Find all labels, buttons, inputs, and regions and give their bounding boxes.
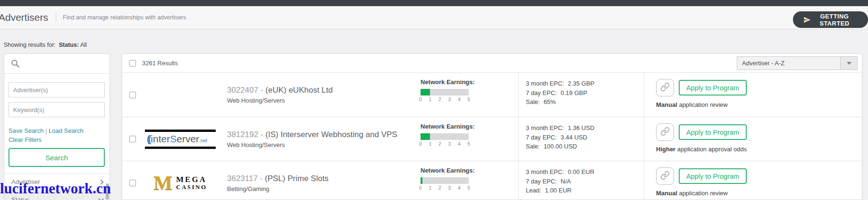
status-filter-label: Status: <box>59 42 79 48</box>
showing-prefix: Showing results for: <box>4 42 56 48</box>
scale-tick: 2 <box>438 97 441 102</box>
advertiser-link[interactable]: 3812192 - (IS) Interserver Webhosting an… <box>227 130 421 139</box>
stat-line: Sale:65% <box>526 97 644 107</box>
network-earnings-fill <box>421 89 430 96</box>
stat-line: Sale:100.00 USD <box>526 142 644 151</box>
advertiser-name: (eUK) eUKhost Ltd <box>265 86 333 95</box>
interserver-logo[interactable]: ((interServer.net <box>145 130 216 149</box>
scale-tick: 3 <box>448 97 451 102</box>
dropdown-arrow-button[interactable] <box>840 57 857 70</box>
epc-stats-cell: 3 month EPC:1.36 USD7 day EPC:3.44 USDSa… <box>518 117 644 161</box>
showing-results-text: Showing results for: Status: All <box>4 42 87 48</box>
search-button[interactable]: Search <box>8 148 105 167</box>
results-list: 3022407 - (eUK) eUKhost LtdWeb Hosting/S… <box>122 73 862 200</box>
advertiser-logo-cell <box>143 73 218 117</box>
epc-stats-cell: 3 month EPC:2.35 GBP7 day EPC:0.19 GBPSa… <box>518 73 644 117</box>
scale-tick: 4 <box>458 141 461 147</box>
watermark-link[interactable]: lucifernetwork.cn <box>0 180 111 197</box>
stat-line: 3 month EPC:1.36 USD <box>526 123 644 133</box>
advertiser-id: 3022407 - <box>227 86 265 95</box>
keyword-filter-input[interactable] <box>8 102 105 117</box>
logo-swoosh: (( <box>147 134 149 144</box>
scale-tick: 5 <box>467 141 470 147</box>
clear-filters-link[interactable]: Clear Filters <box>8 136 42 143</box>
scale-tick: 4 <box>458 97 461 102</box>
deep-link-button[interactable] <box>656 167 674 185</box>
mega-casino-logo[interactable]: MMEGACASINO <box>153 173 207 193</box>
scale-tick: 1 <box>429 97 431 102</box>
scale-tick: 5 <box>467 185 470 191</box>
network-earnings-cell: Network Earnings:012345 <box>421 73 518 117</box>
load-search-link[interactable]: Load Search <box>49 127 84 134</box>
network-earnings-label: Network Earnings: <box>421 167 518 174</box>
application-review-note: Manual application review <box>656 190 862 197</box>
scale-tick: 4 <box>458 185 461 191</box>
results-header: 3261 Results Advertiser - A-Z <box>122 54 862 73</box>
getting-started-button[interactable]: GETTING STARTED <box>793 11 868 28</box>
results-count: 3261 Results <box>142 60 178 67</box>
saved-search-links: Save Search | Load Search Clear Filters <box>8 126 105 144</box>
deep-link-button[interactable] <box>656 79 674 96</box>
scale-tick: 3 <box>448 185 451 191</box>
stat-line: 7 day EPC:3.44 USD <box>526 133 644 142</box>
stat-line: Lead:1.00 EUR <box>526 186 644 195</box>
scale-tick: 1 <box>429 141 431 147</box>
network-earnings-bar <box>421 177 469 184</box>
links-separator: | <box>45 127 47 134</box>
network-earnings-bar <box>421 133 469 140</box>
advertiser-id: 3623117 - <box>227 174 265 183</box>
advertisers-page: Advertisers Find and manage relationship… <box>0 0 868 200</box>
sort-dropdown-value: Advertiser - A-Z <box>737 60 840 67</box>
apply-to-program-button[interactable]: Apply to Program <box>679 168 747 184</box>
network-earnings-label: Network Earnings: <box>421 123 518 130</box>
advertiser-logo-cell: ((interServer.net <box>143 117 218 161</box>
scale-tick: 5 <box>467 97 470 102</box>
network-earnings-cell: Network Earnings:012345 <box>421 117 518 161</box>
earnings-scale: 012345 <box>419 185 470 191</box>
page-header: Advertisers Find and manage relationship… <box>0 6 868 29</box>
status-filter-value: All <box>80 42 87 48</box>
header-divider <box>56 13 56 22</box>
advertiser-id: 3812192 - <box>227 130 265 139</box>
scale-tick: 3 <box>448 141 451 147</box>
chain-link-icon <box>660 127 670 138</box>
results-panel: 3261 Results Advertiser - A-Z 3022407 - … <box>122 53 862 200</box>
advertiser-link[interactable]: 3022407 - (eUK) eUKhost Ltd <box>227 86 421 95</box>
search-icon <box>11 59 20 68</box>
row-checkbox[interactable] <box>129 180 136 186</box>
logo-tld: .net <box>199 138 207 143</box>
deep-link-button[interactable] <box>656 123 674 141</box>
advertiser-category: Web Hosting/Servers <box>227 141 421 148</box>
row-checkbox[interactable] <box>129 136 136 142</box>
network-earnings-cell: Network Earnings:012345 <box>421 161 518 200</box>
scale-tick: 1 <box>429 185 431 191</box>
stat-line: 3 month EPC:2.35 GBP <box>526 79 644 88</box>
select-all-checkbox[interactable] <box>129 60 136 67</box>
advertiser-row: 3022407 - (eUK) eUKhost LtdWeb Hosting/S… <box>122 73 862 117</box>
page-title: Advertisers <box>0 12 48 23</box>
stat-line: 7 day EPC:0.19 GBP <box>526 88 644 98</box>
sort-dropdown[interactable]: Advertiser - A-Z <box>737 56 858 70</box>
network-earnings-label: Network Earnings: <box>421 78 518 86</box>
top-bar <box>0 0 868 6</box>
stat-line: 7 day EPC:N/A <box>526 177 644 186</box>
scale-tick: 0 <box>419 97 422 102</box>
logo-monogram: M <box>153 173 172 193</box>
stat-line: 3 month EPC:0.00 EUR <box>526 167 644 177</box>
rocket-icon <box>803 16 811 24</box>
advertiser-row: ((interServer.net3812192 - (IS) Interser… <box>122 117 862 161</box>
application-review-note: Higher application approval odds <box>656 146 862 153</box>
row-checkbox[interactable] <box>129 92 136 98</box>
epc-stats-cell: 3 month EPC:0.00 EUR7 day EPC:N/ALead:1.… <box>518 161 644 200</box>
network-earnings-bar <box>421 89 469 96</box>
sidebar-search-header <box>4 54 110 74</box>
apply-to-program-button[interactable]: Apply to Program <box>679 80 747 96</box>
save-search-link[interactable]: Save Search <box>8 127 43 134</box>
advertiser-filter-input[interactable] <box>8 82 105 97</box>
advertiser-link[interactable]: 3623117 - (PSL) Prime Slots <box>227 174 421 183</box>
apply-to-program-button[interactable]: Apply to Program <box>679 124 747 140</box>
chain-link-icon <box>660 171 670 182</box>
advertiser-category: Web Hosting/Servers <box>227 97 421 104</box>
advertiser-name: (PSL) Prime Slots <box>265 174 329 183</box>
scale-tick: 2 <box>438 185 441 191</box>
